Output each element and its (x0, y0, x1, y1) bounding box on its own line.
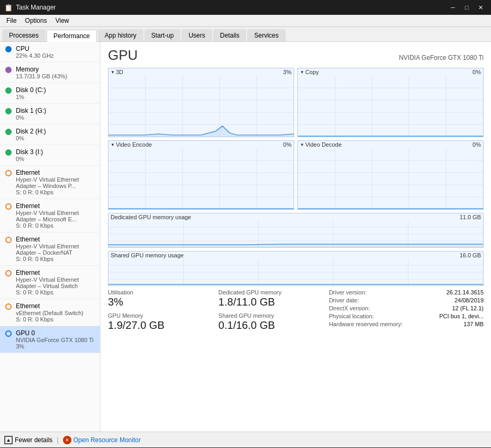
disk1-name: Disk 1 (G:) (16, 107, 95, 114)
eth1-name: Ethernet (16, 169, 95, 176)
gpu0-sub1: NVIDIA GeForce GTX 1080 Ti (16, 337, 95, 343)
tab-startup[interactable]: Start-up (144, 29, 181, 41)
graph-3d-title: 3D (116, 69, 123, 75)
sidebar-item-disk3[interactable]: Disk 3 (I:) 0% (0, 145, 100, 166)
memory-sub: 13.7/31.9 GB (43%) (16, 73, 95, 79)
separator: | (57, 436, 58, 444)
app-icon: 📋 (4, 4, 13, 12)
fewer-details-button[interactable]: ▲ Fewer details (4, 436, 52, 444)
eth4-name: Ethernet (16, 269, 95, 276)
menu-options[interactable]: Options (21, 16, 51, 25)
eth4-text: Ethernet Hyper-V Virtual Ethernet Adapte… (16, 269, 95, 295)
disk1-text: Disk 1 (G:) 0% (16, 107, 95, 121)
sidebar-item-eth5[interactable]: Ethernet vEthernet (Default Switch) S: 0… (0, 299, 100, 326)
eth3-name: Ethernet (16, 236, 95, 243)
open-resource-monitor-link[interactable]: ✕ Open Resource Monitor (63, 436, 141, 444)
disk2-dot (5, 129, 12, 135)
cpu-name: CPU (16, 45, 95, 52)
sidebar-item-eth2[interactable]: Ethernet Hyper-V Virtual Ethernet Adapte… (0, 199, 100, 232)
disk0-text: Disk 0 (C:) 1% (16, 86, 95, 100)
sidebar-item-cpu[interactable]: CPU 22% 4.30 GHz (0, 42, 100, 62)
eth5-name: Ethernet (16, 302, 95, 310)
svg-marker-8 (108, 126, 294, 137)
shared-mem-canvas (108, 259, 483, 285)
graph-vd-label: ▼ Video Decode (300, 141, 342, 148)
stat-dedicated-mem: Dedicated GPU memory 1.8/11.0 GB (219, 289, 329, 308)
dedicated-mem-max: 11.0 GB (460, 214, 481, 220)
eth5-sub1: vEthernet (Default Switch) (16, 310, 95, 316)
eth2-name: Ethernet (16, 202, 95, 210)
graph-video-encode: ▼ Video Encode 0% (108, 140, 294, 210)
utilisation-value: 3% (108, 295, 219, 308)
sidebar-item-eth4[interactable]: Ethernet Hyper-V Virtual Ethernet Adapte… (0, 266, 100, 299)
eth4-sub1: Hyper-V Virtual Ethernet Adapter – Virtu… (16, 276, 95, 289)
directx-val: 12 (FL 12.1) (452, 305, 484, 311)
right-panel: GPU NVIDIA GeForce GTX 1080 Ti ▼ 3D 3% (101, 42, 491, 432)
sidebar-item-disk2[interactable]: Disk 2 (H:) 0% (0, 124, 100, 145)
bottom-bar: ▲ Fewer details | ✕ Open Resource Monito… (0, 432, 491, 447)
eth4-sub2: S: 0 R: 0 Kbps (16, 289, 95, 295)
maximize-button[interactable]: □ (460, 3, 473, 12)
dedicated-mem-stat-label: Dedicated GPU memory (219, 289, 329, 295)
hw-reserved-key: Hardware reserved memory: (329, 321, 403, 327)
gpu0-dot (5, 330, 12, 337)
disk3-name: Disk 3 (I:) (16, 148, 95, 156)
sidebar-item-memory[interactable]: Memory 13.7/31.9 GB (43%) (0, 62, 100, 83)
sidebar-item-disk0[interactable]: Disk 0 (C:) 1% (0, 83, 100, 104)
physical-location-key: Physical location: (329, 313, 374, 319)
menu-view[interactable]: View (51, 16, 74, 25)
eth3-sub1: Hyper-V Virtual Ethernet Adapter – Docke… (16, 243, 95, 256)
resource-monitor-label: Open Resource Monitor (74, 436, 141, 444)
tab-users[interactable]: Users (181, 29, 212, 41)
tab-processes[interactable]: Processes (2, 29, 46, 41)
shared-mem-max: 16.0 GB (460, 252, 481, 258)
physical-location-val: PCI bus 1, devi... (439, 313, 484, 319)
disk1-dot (5, 108, 12, 114)
dedicated-gpu-mem-graph: Dedicated GPU memory usage 11.0 GB (108, 213, 484, 248)
title-bar-left: 📋 Task Manager (4, 4, 56, 12)
sidebar-item-disk1[interactable]: Disk 1 (G:) 0% (0, 104, 100, 124)
tab-app-history[interactable]: App history (98, 29, 143, 41)
utilisation-label: Utilisation (108, 289, 219, 295)
sidebar-item-gpu0[interactable]: GPU 0 NVIDIA GeForce GTX 1080 Ti 3% (0, 326, 100, 353)
info-driver-date: Driver date: 24/08/2019 (329, 297, 484, 303)
fewer-details-label: Fewer details (15, 436, 52, 444)
resource-monitor-icon: ✕ (63, 436, 71, 444)
eth2-sub2: S: 0 R: 0 Kbps (16, 222, 95, 229)
sidebar-item-eth3[interactable]: Ethernet Hyper-V Virtual Ethernet Adapte… (0, 232, 100, 266)
chevron-ve-icon: ▼ (111, 142, 115, 147)
graph-ve-canvas (108, 148, 294, 209)
stats-col-1: Utilisation 3% GPU Memory 1.9/27.0 GB (108, 289, 219, 336)
sidebar-item-eth1[interactable]: Ethernet Hyper-V Virtual Ethernet Adapte… (0, 166, 100, 199)
tab-services[interactable]: Services (247, 29, 285, 41)
stat-gpu-memory: GPU Memory 1.9/27.0 GB (108, 312, 219, 331)
title-bar-controls: ─ □ ✕ (447, 3, 487, 12)
tab-performance[interactable]: Performance (47, 30, 97, 42)
graph-copy-label-bar: ▼ Copy 0% (298, 68, 483, 76)
shared-mem-label: Shared GPU memory usage (111, 252, 184, 258)
graph-ve-label-bar: ▼ Video Encode 0% (108, 141, 294, 148)
menu-bar: File Options View (0, 15, 491, 27)
shared-mem-label-bar: Shared GPU memory usage 16.0 GB (108, 252, 483, 259)
eth2-sub1: Hyper-V Virtual Ethernet Adapter – Micro… (16, 210, 95, 222)
dedicated-mem-label: Dedicated GPU memory usage (111, 214, 191, 220)
sidebar: CPU 22% 4.30 GHz Memory 13.7/31.9 GB (43… (0, 42, 101, 432)
gpu-memory-value: 1.9/27.0 GB (108, 319, 219, 331)
minimize-button[interactable]: ─ (447, 3, 459, 12)
gpu0-text: GPU 0 NVIDIA GeForce GTX 1080 Ti 3% (16, 329, 95, 350)
eth3-sub2: S: 0 R: 0 Kbps (16, 256, 95, 262)
memory-dot (5, 67, 12, 73)
info-physical-location: Physical location: PCI bus 1, devi... (329, 313, 484, 319)
shared-gpu-mem-graph: Shared GPU memory usage 16.0 GB (108, 251, 484, 286)
menu-file[interactable]: File (2, 16, 21, 25)
tab-details[interactable]: Details (213, 29, 247, 41)
close-button[interactable]: ✕ (474, 3, 487, 12)
gpu-title: GPU (108, 47, 138, 64)
eth1-sub1: Hyper-V Virtual Ethernet Adapter – Windo… (16, 176, 95, 189)
graph-3d-pct: 3% (283, 69, 292, 75)
fewer-details-icon: ▲ (4, 436, 13, 444)
eth5-dot (5, 303, 12, 310)
disk0-name: Disk 0 (C:) (16, 86, 95, 94)
gpu-model: NVIDIA GeForce GTX 1080 Ti (399, 54, 484, 61)
stat-shared-mem: Shared GPU memory 0.1/16.0 GB (219, 312, 329, 331)
